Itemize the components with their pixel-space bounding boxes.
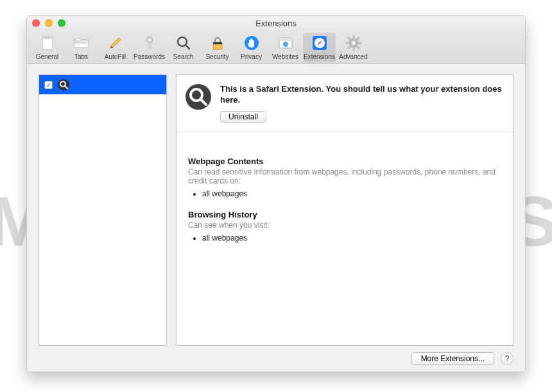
list-item: all webpages: [202, 234, 501, 243]
search-icon: [175, 34, 193, 52]
tab-extensions[interactable]: Extensions: [303, 33, 336, 62]
tab-label: Passwords: [134, 53, 165, 60]
svg-rect-6: [76, 38, 81, 41]
tab-label: AutoFill: [105, 53, 126, 60]
section-title: Webpage Contents: [188, 157, 501, 166]
svg-rect-1: [42, 37, 53, 39]
section-title: Browsing History: [188, 210, 501, 219]
section-description: Can see when you visit:: [188, 221, 501, 230]
tab-label: Privacy: [241, 53, 262, 60]
preferences-toolbar: General Tabs AutoFill Passwords Search: [27, 30, 525, 64]
tab-general[interactable]: General: [31, 33, 64, 62]
more-extensions-button[interactable]: More Extensions...: [411, 352, 494, 365]
svg-line-33: [348, 47, 350, 49]
lock-icon: [209, 34, 227, 52]
svg-rect-11: [149, 42, 150, 49]
svg-line-38: [201, 99, 206, 105]
uninstall-button[interactable]: Uninstall: [220, 111, 266, 123]
tab-privacy[interactable]: Privacy: [235, 33, 268, 62]
permission-list: all webpages: [202, 234, 501, 243]
general-icon: [39, 34, 56, 52]
svg-line-14: [185, 45, 189, 49]
tab-label: Security: [205, 53, 229, 60]
svg-rect-12: [149, 47, 152, 48]
zoom-button[interactable]: [58, 19, 65, 27]
permissions-body: Webpage Contents Can read sensitive info…: [177, 132, 513, 263]
svg-line-31: [348, 37, 350, 39]
compass-icon: [311, 34, 329, 52]
search-icon: [58, 79, 69, 90]
list-item: all webpages: [202, 189, 501, 198]
permission-list: all webpages: [202, 189, 501, 198]
tab-tabs[interactable]: Tabs: [65, 33, 98, 62]
title-bar: Extensions: [27, 16, 525, 30]
extension-detail-pane: This is a Safari Extension. You should t…: [176, 74, 513, 346]
svg-line-32: [358, 47, 359, 49]
svg-point-20: [283, 42, 288, 47]
svg-point-26: [352, 41, 356, 45]
extension-header-content: This is a Safari Extension. You should t…: [220, 84, 504, 123]
extension-description: This is a Safari Extension. You should t…: [220, 84, 504, 106]
tab-label: Extensions: [304, 53, 335, 60]
svg-point-10: [148, 38, 151, 41]
traffic-lights: [32, 19, 65, 27]
key-icon: [141, 34, 159, 52]
svg-rect-19: [279, 38, 292, 41]
svg-line-36: [65, 86, 67, 89]
preferences-window: Extensions General Tabs AutoFill Passwor…: [26, 15, 526, 372]
section-description: Can read sensitive information from webp…: [188, 167, 501, 185]
footer: More Extensions... ?: [39, 346, 513, 365]
tab-label: Advanced: [339, 53, 367, 60]
svg-rect-16: [213, 42, 222, 44]
search-icon: [185, 84, 211, 110]
extension-list-item[interactable]: ✓: [39, 75, 166, 94]
enable-checkbox[interactable]: ✓: [44, 81, 53, 89]
tab-passwords[interactable]: Passwords: [133, 33, 166, 62]
tab-websites[interactable]: Websites: [269, 33, 302, 62]
extensions-sidebar: ✓: [39, 74, 167, 346]
minimize-button[interactable]: [45, 19, 53, 27]
tab-autofill[interactable]: AutoFill: [99, 33, 132, 62]
tab-advanced[interactable]: Advanced: [337, 33, 370, 62]
tabs-icon: [73, 34, 91, 52]
tab-search[interactable]: Search: [167, 33, 200, 62]
extension-header: This is a Safari Extension. You should t…: [177, 75, 513, 132]
close-button[interactable]: [32, 19, 40, 27]
svg-line-34: [358, 37, 359, 39]
pencil-icon: [107, 34, 125, 52]
tab-label: Websites: [272, 53, 298, 60]
help-button[interactable]: ?: [501, 352, 513, 365]
hand-icon: [243, 34, 261, 52]
globe-icon: [277, 34, 295, 52]
content-area: ✓ This is a Safari Extension. You should…: [27, 64, 525, 371]
gear-icon: [345, 34, 363, 52]
tab-label: Tabs: [74, 53, 88, 60]
tab-security[interactable]: Security: [201, 33, 234, 62]
panes: ✓ This is a Safari Extension. You should…: [39, 74, 513, 346]
tab-label: Search: [173, 53, 194, 60]
tab-label: General: [36, 53, 59, 60]
window-title: Extensions: [255, 19, 297, 28]
